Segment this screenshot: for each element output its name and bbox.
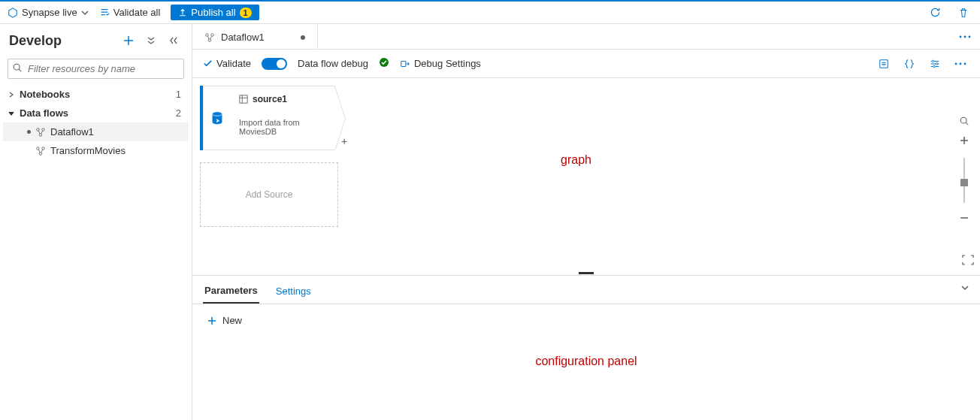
filter-view-button[interactable] [926, 55, 944, 73]
publish-all-button[interactable]: Publish all 1 [171, 5, 259, 20]
svg-rect-16 [401, 61, 406, 66]
config-tab-settings[interactable]: Settings [274, 283, 313, 303]
add-transform-button[interactable]: + [341, 135, 347, 147]
more-actions-button[interactable] [951, 55, 969, 73]
develop-sidebar: Develop [0, 24, 192, 420]
zoom-in-button[interactable] [960, 136, 969, 147]
zoom-slider[interactable] [963, 158, 965, 203]
graph-zoom-tools [954, 116, 974, 225]
debug-status-icon [379, 57, 389, 70]
chevron-right-icon [8, 92, 15, 98]
tree-item-dataflow1[interactable]: Dataflow1 [3, 122, 189, 141]
tree-item-transformmovies[interactable]: TransformMovies [3, 141, 189, 160]
collapse-config-button[interactable] [960, 283, 969, 295]
expand-all-button[interactable] [142, 32, 160, 50]
collapse-sidebar-button[interactable] [165, 32, 183, 50]
validate-all-button[interactable]: Validate all [99, 7, 161, 18]
svg-point-10 [211, 33, 214, 36]
minus-icon [960, 213, 969, 222]
more-icon [954, 62, 966, 65]
new-parameter-button[interactable]: New [207, 315, 242, 326]
refresh-icon [930, 7, 941, 18]
svg-rect-17 [880, 59, 888, 68]
script-icon [879, 59, 889, 69]
svg-point-8 [39, 152, 42, 155]
svg-point-6 [37, 147, 40, 150]
tab-label: Dataflow1 [221, 32, 265, 43]
dataflow-top-bar: Validate Data flow debug Debug Settings [192, 50, 980, 78]
svg-point-27 [960, 117, 966, 123]
add-source-button[interactable]: Add Source [200, 162, 338, 227]
braces-icon [904, 59, 915, 69]
svg-point-5 [39, 133, 42, 136]
delete-button[interactable] [954, 4, 972, 22]
source-node[interactable]: source1 Import data from MoviesDB [200, 86, 335, 150]
add-source-label: Add Source [246, 189, 293, 200]
fit-to-screen-button[interactable] [962, 255, 974, 267]
svg-point-9 [206, 33, 209, 36]
validate-label: Validate [216, 58, 251, 69]
code-view-button[interactable] [900, 55, 918, 73]
config-body: New configuration panel [192, 304, 980, 379]
more-icon [959, 35, 971, 38]
zoom-thumb[interactable] [960, 179, 968, 186]
config-panel: Parameters Settings New configuration pa… [192, 275, 980, 420]
tab-dataflow1[interactable]: Dataflow1 [192, 24, 318, 49]
svg-rect-26 [240, 95, 247, 103]
tree-group-label: Data flows [20, 107, 68, 119]
tree-group-count: 1 [176, 89, 181, 100]
validate-list-icon [99, 8, 110, 18]
dataflow-icon [35, 146, 46, 156]
zoom-out-button[interactable] [960, 213, 969, 225]
fit-icon [962, 255, 974, 265]
config-tab-parameters[interactable]: Parameters [203, 282, 259, 304]
node-body: source1 Import data from MoviesDB [230, 86, 335, 150]
zoom-search-button[interactable] [959, 116, 969, 128]
database-icon [209, 110, 225, 126]
sidebar-header: Develop [0, 24, 192, 56]
validate-all-label: Validate all [113, 7, 161, 18]
resource-tree: Notebooks 1 Data flows 2 Dataflow1 Trans… [0, 85, 192, 160]
sidebar-title: Develop [9, 33, 119, 49]
settings-out-icon [400, 59, 410, 69]
chevron-down-icon [960, 283, 969, 292]
svg-point-3 [37, 128, 40, 131]
svg-point-7 [42, 147, 45, 150]
check-icon [203, 59, 213, 68]
debug-settings-button[interactable]: Debug Settings [400, 58, 481, 69]
sliders-icon [930, 59, 940, 69]
refresh-button[interactable] [926, 4, 944, 22]
plus-icon [960, 136, 969, 145]
script-view-button[interactable] [875, 55, 893, 73]
tab-modified-dot-icon [301, 35, 305, 40]
graph-canvas[interactable]: source1 Import data from MoviesDB + Add … [192, 78, 980, 270]
tree-group-notebooks[interactable]: Notebooks 1 [3, 85, 189, 104]
add-resource-button[interactable] [119, 32, 138, 50]
plus-icon [207, 316, 216, 325]
tree-group-dataflows[interactable]: Data flows 2 [3, 104, 189, 122]
content-area: Dataflow1 Validate Data flow debug Debug… [192, 24, 980, 420]
annotation-config: configuration panel [207, 355, 965, 368]
svg-point-13 [964, 35, 966, 38]
publish-count-badge: 1 [240, 8, 252, 18]
node-icon-col [203, 86, 230, 150]
tree-item-label: Dataflow1 [50, 126, 94, 137]
double-chevron-down-icon [147, 36, 156, 45]
workspace-dropdown[interactable]: Synapse live [8, 7, 89, 18]
svg-point-20 [933, 65, 936, 68]
annotation-graph: graph [561, 153, 591, 167]
svg-point-11 [208, 38, 211, 41]
svg-point-14 [969, 35, 971, 38]
tab-more-button[interactable] [950, 24, 980, 49]
plus-icon [123, 35, 134, 46]
top-toolbar: Synapse live Validate all Publish all 1 [0, 0, 980, 24]
svg-point-1 [14, 64, 20, 70]
svg-point-19 [936, 62, 938, 65]
svg-point-23 [964, 62, 966, 65]
filter-input[interactable] [8, 59, 184, 79]
dataflow-icon [204, 32, 215, 43]
debug-toggle[interactable] [262, 58, 287, 70]
svg-point-22 [960, 62, 962, 65]
svg-point-4 [42, 128, 45, 131]
validate-button[interactable]: Validate [203, 58, 251, 69]
